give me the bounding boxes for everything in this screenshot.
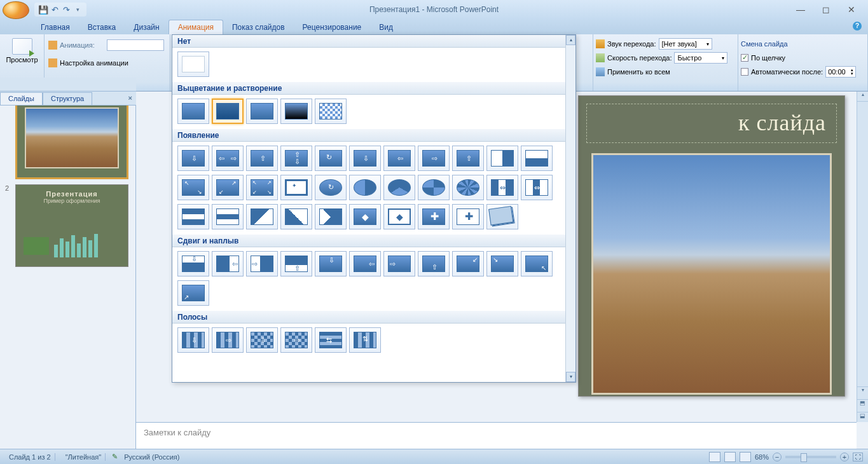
tab-animation[interactable]: Анимация bbox=[169, 20, 223, 34]
transition-wipe-1[interactable]: ⇩ bbox=[177, 146, 209, 171]
maximize-button[interactable]: ◻ bbox=[818, 3, 834, 16]
tab-view[interactable]: Вид bbox=[370, 20, 402, 34]
transition-push-1[interactable]: ⇩ bbox=[177, 251, 209, 276]
transition-plus[interactable]: ✚ bbox=[418, 204, 450, 229]
transition-cover-2[interactable]: ⇦ bbox=[349, 251, 381, 276]
transition-fade-2[interactable] bbox=[212, 99, 244, 124]
transition-cover-3[interactable]: ⇨ bbox=[383, 251, 415, 276]
spellcheck-icon[interactable]: ✎ bbox=[112, 453, 118, 461]
vertical-scrollbar[interactable]: ▴ ▾ ⬒ ⬓ bbox=[857, 92, 868, 422]
transition-wipe-10[interactable] bbox=[486, 146, 518, 171]
notes-pane[interactable]: Заметки к слайду bbox=[136, 422, 857, 449]
view-sorter-button[interactable] bbox=[724, 452, 736, 462]
fit-window-button[interactable]: ⛶ bbox=[853, 453, 863, 461]
transition-stripes-4[interactable]: ⇨ bbox=[280, 327, 312, 353]
tab-insert[interactable]: Вставка bbox=[79, 20, 125, 34]
transition-wheel-2[interactable] bbox=[349, 175, 381, 200]
transition-push-4[interactable]: ⇧ bbox=[280, 251, 312, 276]
transition-push-3[interactable]: ⇨ bbox=[246, 251, 278, 276]
transition-wipe-3[interactable]: ⇧ bbox=[246, 146, 278, 171]
close-button[interactable]: ✕ bbox=[844, 3, 859, 16]
transition-bars-1[interactable] bbox=[177, 204, 209, 229]
transition-stairs-1[interactable] bbox=[246, 204, 278, 229]
transition-wedge[interactable] bbox=[315, 204, 347, 229]
animate-combo[interactable] bbox=[107, 39, 164, 51]
apply-all-button[interactable]: Применить ко всем bbox=[607, 68, 670, 76]
transition-split-h[interactable]: ⇔ bbox=[486, 175, 518, 200]
transition-bars-2[interactable] bbox=[212, 204, 244, 229]
on-click-checkbox[interactable]: ✓ bbox=[741, 54, 748, 62]
preview-button[interactable]: Просмотр bbox=[4, 36, 40, 66]
transition-stairs-2[interactable] bbox=[280, 204, 312, 229]
transition-wipe-5[interactable]: ↻ bbox=[315, 146, 347, 171]
tab-review[interactable]: Рецензирование bbox=[294, 20, 371, 34]
transition-wipe-11[interactable] bbox=[521, 146, 553, 171]
transition-wipe-2[interactable]: ⇦⇨ bbox=[212, 146, 244, 171]
auto-after-time[interactable]: 00:00▴▾ bbox=[825, 66, 856, 78]
transition-wheel-4[interactable] bbox=[418, 175, 450, 200]
transition-fade-3[interactable] bbox=[246, 99, 278, 124]
slide-image[interactable] bbox=[591, 153, 832, 395]
transition-diamond-1[interactable]: ◆ bbox=[349, 204, 381, 229]
transition-cover-8[interactable]: ↗ bbox=[177, 280, 209, 306]
transition-box-1[interactable]: ↖↘ bbox=[177, 175, 209, 200]
custom-anim-button[interactable]: Настройка анимации bbox=[60, 59, 128, 67]
scroll-up-icon[interactable]: ▴ bbox=[566, 35, 575, 45]
transition-wheel-5[interactable] bbox=[452, 175, 484, 200]
speed-combo[interactable]: Быстро▾ bbox=[674, 52, 727, 64]
transition-shuffle[interactable] bbox=[486, 204, 518, 229]
slide-title-placeholder[interactable]: к слайда bbox=[586, 104, 837, 143]
transition-stripes-1[interactable]: ⇩ bbox=[177, 327, 209, 353]
transition-plus-2[interactable]: ✚ bbox=[452, 204, 484, 229]
transition-stripes-3[interactable]: ⇩ bbox=[246, 327, 278, 353]
transition-stripes-6[interactable]: ⇅ bbox=[349, 327, 381, 353]
transition-wheel-3[interactable] bbox=[383, 175, 415, 200]
zoom-in-button[interactable]: + bbox=[840, 453, 849, 461]
tab-home[interactable]: Главная bbox=[32, 20, 79, 34]
tab-design[interactable]: Дизайн bbox=[125, 20, 168, 34]
sound-combo[interactable]: [Нет звука]▾ bbox=[659, 38, 712, 50]
transition-wipe-7[interactable]: ⇦ bbox=[383, 146, 415, 171]
transition-cover-1[interactable]: ⇩ bbox=[315, 251, 347, 276]
transition-fade-5[interactable] bbox=[315, 99, 347, 124]
transition-box-4[interactable]: ✦ bbox=[280, 175, 312, 200]
zoom-out-button[interactable]: − bbox=[773, 453, 782, 461]
undo-icon[interactable]: ↶ bbox=[50, 4, 60, 15]
transition-stripes-2[interactable]: ⇨ bbox=[212, 327, 244, 353]
status-language[interactable]: Русский (Россия) bbox=[124, 453, 179, 461]
transition-wipe-9[interactable]: ⇧ bbox=[452, 146, 484, 171]
transition-cover-6[interactable]: ↘ bbox=[486, 251, 518, 276]
transition-push-2[interactable]: ⇦ bbox=[212, 251, 244, 276]
zoom-slider[interactable] bbox=[785, 456, 836, 458]
transition-cover-5[interactable]: ↙ bbox=[452, 251, 484, 276]
transition-box-2[interactable]: ↙↗ bbox=[212, 175, 244, 200]
transition-cover-4[interactable]: ⇧ bbox=[418, 251, 450, 276]
zoom-label[interactable]: 68% bbox=[755, 453, 769, 461]
transition-box-3[interactable]: ↖↗↙↘ bbox=[246, 175, 278, 200]
transition-wipe-4[interactable]: ⇧⇩ bbox=[280, 146, 312, 171]
tab-slideshow[interactable]: Показ слайдов bbox=[223, 20, 294, 34]
transition-wipe-8[interactable]: ⇨ bbox=[418, 146, 450, 171]
auto-after-checkbox[interactable] bbox=[741, 68, 748, 76]
view-slideshow-button[interactable] bbox=[740, 452, 751, 462]
transition-wipe-6[interactable]: ⇩ bbox=[349, 146, 381, 171]
office-button[interactable] bbox=[3, 1, 29, 19]
transition-fade-4[interactable] bbox=[280, 99, 312, 124]
transition-none[interactable] bbox=[177, 51, 209, 77]
tab-slides[interactable]: Слайды bbox=[0, 92, 43, 105]
qat-dropdown-icon[interactable]: ▾ bbox=[72, 4, 83, 15]
pane-close-icon[interactable]: × bbox=[128, 94, 132, 102]
help-icon[interactable]: ? bbox=[853, 22, 862, 31]
gallery-scrollbar[interactable]: ▴ ▾ bbox=[565, 35, 575, 382]
transition-fade-1[interactable] bbox=[177, 99, 209, 124]
slide-canvas[interactable]: к слайда bbox=[578, 95, 845, 397]
tab-outline[interactable]: Структура bbox=[43, 92, 92, 105]
save-icon[interactable]: 💾 bbox=[38, 4, 48, 15]
transition-stripes-5[interactable]: ⇆ bbox=[315, 327, 347, 353]
transition-split-v[interactable]: ⇔ bbox=[521, 175, 553, 200]
transition-diamond-2[interactable]: ◆ bbox=[383, 204, 415, 229]
view-normal-button[interactable] bbox=[709, 452, 720, 462]
redo-icon[interactable]: ↷ bbox=[61, 4, 71, 15]
minimize-button[interactable]: — bbox=[793, 3, 808, 16]
transition-cover-7[interactable]: ↖ bbox=[521, 251, 553, 276]
